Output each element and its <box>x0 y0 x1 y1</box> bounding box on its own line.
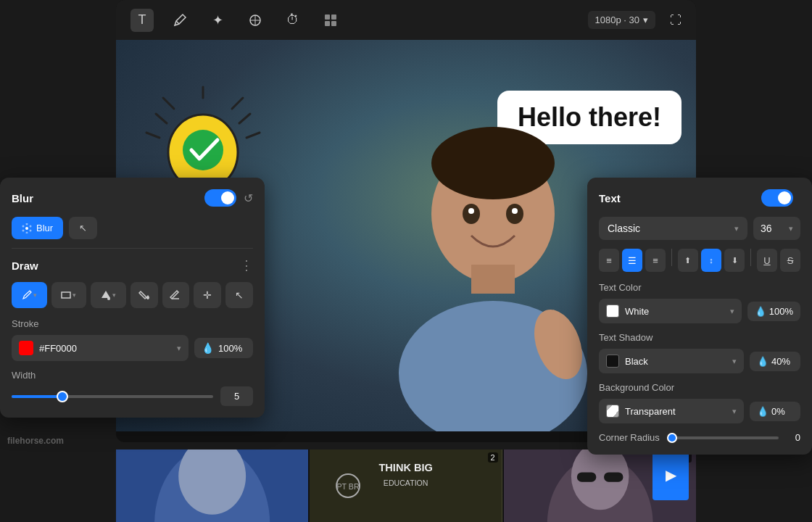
alignment-row: ≡ ☰ ≡ ⬆ ↕ ⬇ U S <box>599 249 800 272</box>
size-chevron-icon: ▾ <box>789 224 793 233</box>
shadow-opacity-icon: 💧 <box>757 356 768 367</box>
thumbnail-number-2: 2 <box>488 452 498 463</box>
font-name: Classic <box>608 223 640 234</box>
corner-value: 0 <box>786 432 800 443</box>
align-center-button[interactable]: ☰ <box>622 249 642 272</box>
stroke-color-dropdown[interactable]: #FF0000 ▾ <box>12 335 188 361</box>
svg-text:THINK BIG: THINK BIG <box>379 462 434 473</box>
text-color-row: White ▾ 💧 100% <box>599 299 800 323</box>
thumbnail-2[interactable]: THINK BIG EDUCATION PT BR 2 <box>310 450 502 522</box>
text-panel-header: Text <box>599 189 800 207</box>
shadow-opacity-value: 40% <box>771 356 790 367</box>
text-toggle-knob <box>778 191 791 204</box>
width-label: Width <box>12 370 253 381</box>
svg-point-45 <box>26 231 28 233</box>
align-right-button[interactable]: ≡ <box>645 249 666 272</box>
more-options-button[interactable]: ⋮ <box>240 257 253 273</box>
blur-toggle[interactable] <box>204 189 236 207</box>
text-color-dropdown[interactable]: White ▾ <box>599 299 742 323</box>
text-shadow-label: Text Shadow <box>599 332 800 343</box>
text-opacity-icon: 💧 <box>755 306 766 317</box>
width-value: 5 <box>220 386 253 406</box>
corner-slider[interactable] <box>667 436 779 439</box>
stroke-opacity-value: 100% <box>218 343 246 354</box>
cursor-button[interactable]: ↖ <box>69 217 97 239</box>
bg-color-dropdown[interactable]: Transparent ▾ <box>599 399 744 423</box>
blur-panel-header: Blur ↺ <box>12 189 253 207</box>
stroke-chevron-icon: ▾ <box>177 344 181 353</box>
slider-fill <box>12 395 62 398</box>
text-panel: Text Classic ▾ 36 ▾ ≡ ☰ ≡ ⬆ ↕ ⬇ U S Text… <box>587 178 812 455</box>
svg-point-24 <box>431 127 555 199</box>
stroke-opacity-control: 💧 100% <box>194 338 253 358</box>
paint-bucket-tool[interactable] <box>130 282 158 308</box>
fullscreen-button[interactable]: ⛶ <box>670 14 682 27</box>
bg-color-row: Transparent ▾ 💧 0% <box>599 399 800 423</box>
draw-section: Draw ⋮ ▾ ▾ <box>12 248 253 406</box>
size-dropdown[interactable]: 36 ▾ <box>753 217 800 240</box>
valign-bottom-button[interactable]: ⬇ <box>724 249 745 272</box>
fill-draw-tool[interactable]: ▾ <box>91 282 126 308</box>
align-left-button[interactable]: ≡ <box>599 249 619 272</box>
svg-rect-38 <box>604 472 624 481</box>
corner-radius-label: Corner Radius <box>599 432 660 443</box>
play-button[interactable]: ▶ <box>652 450 689 500</box>
underline-button[interactable]: U <box>757 249 777 272</box>
thumbnail-1[interactable] <box>116 450 308 522</box>
font-size-value: 36 <box>761 223 772 234</box>
svg-point-43 <box>30 229 32 231</box>
svg-rect-1 <box>325 14 330 20</box>
shadow-color-name: Black <box>625 356 726 367</box>
text-shadow-row: Black ▾ 💧 40% <box>599 349 800 373</box>
svg-point-22 <box>468 208 474 214</box>
font-row: Classic ▾ 36 ▾ <box>599 217 800 240</box>
text-tool-icon[interactable]: T <box>130 9 154 32</box>
magic-tool-icon[interactable]: ✦ <box>206 9 229 32</box>
width-slider[interactable] <box>12 395 213 398</box>
rectangle-draw-tool[interactable]: ▾ <box>51 282 87 308</box>
person-figure <box>384 69 602 431</box>
draw-header: Draw ⋮ <box>12 257 253 273</box>
editor-toolbar: T ✦ ⏱ 1080p · 30 ▾ <box>116 0 696 40</box>
width-section: Width 5 <box>12 370 253 406</box>
font-chevron-icon: ▾ <box>734 224 739 233</box>
strikethrough-button[interactable]: S <box>780 249 800 272</box>
blur-reset-button[interactable]: ↺ <box>244 191 253 205</box>
svg-line-8 <box>246 133 260 138</box>
move-tool[interactable]: ✛ <box>194 282 221 308</box>
select-tool[interactable]: ↖ <box>225 282 253 308</box>
text-shadow-dropdown[interactable]: Black ▾ <box>599 349 744 373</box>
eraser-tool[interactable] <box>162 282 190 308</box>
valign-top-button[interactable]: ⬆ <box>678 249 698 272</box>
svg-line-9 <box>146 133 160 138</box>
pen-draw-tool[interactable]: ▾ <box>12 282 47 308</box>
grid-tool-icon[interactable] <box>319 9 342 32</box>
divider <box>671 249 672 266</box>
slider-thumb <box>57 391 68 402</box>
svg-rect-19 <box>471 265 515 294</box>
bg-color-section: Background Color Transparent ▾ 💧 0% <box>599 382 800 423</box>
timer-tool-icon[interactable]: ⏱ <box>281 9 304 32</box>
svg-rect-46 <box>62 292 70 298</box>
stroke-row: #FF0000 ▾ 💧 100% <box>12 335 253 361</box>
resolution-badge[interactable]: 1080p · 30 ▾ <box>588 11 655 29</box>
corner-slider-thumb <box>667 433 677 443</box>
overlay-tool-icon[interactable] <box>244 9 267 32</box>
svg-point-42 <box>22 229 25 231</box>
text-shadow-section: Text Shadow Black ▾ 💧 40% <box>599 332 800 373</box>
text-color-section: Text Color White ▾ 💧 100% <box>599 282 800 323</box>
svg-text:PT BR: PT BR <box>337 482 360 491</box>
pen-tool-icon[interactable] <box>168 9 191 32</box>
shadow-chevron-icon: ▾ <box>732 357 737 366</box>
svg-point-44 <box>26 223 28 225</box>
svg-text:EDUCATION: EDUCATION <box>384 478 428 487</box>
text-toggle[interactable] <box>761 189 793 207</box>
opacity-icon: 💧 <box>202 342 214 354</box>
svg-point-40 <box>22 225 25 227</box>
draw-title: Draw <box>12 260 240 272</box>
valign-center-button[interactable]: ↕ <box>701 249 721 272</box>
stroke-label: Stroke <box>12 318 253 329</box>
blur-button[interactable]: Blur <box>12 217 63 239</box>
divider-2 <box>750 249 751 266</box>
font-dropdown[interactable]: Classic ▾ <box>599 217 747 240</box>
